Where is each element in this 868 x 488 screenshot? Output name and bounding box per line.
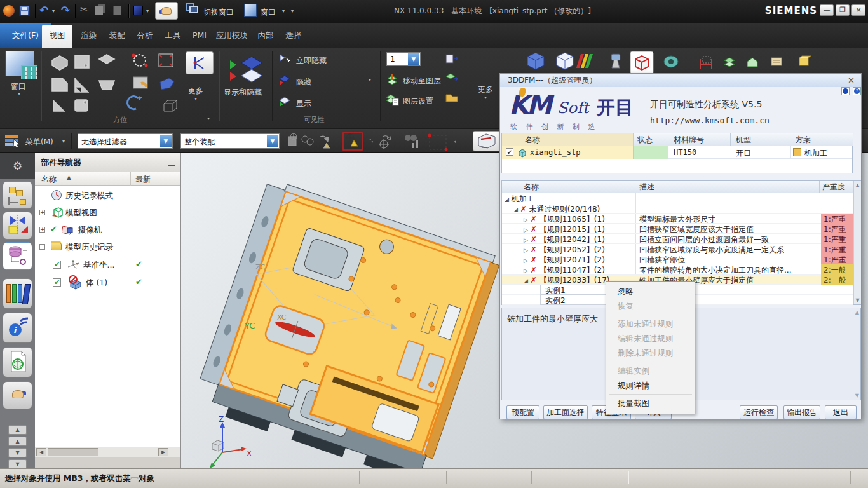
- minimize-button[interactable]: —: [820, 4, 834, 16]
- rule-row[interactable]: ▷ ✗ 【规则12071】(2) 凹槽狭窄部位 1:严重: [502, 254, 853, 264]
- undo-dropdown-icon[interactable]: ▾: [52, 8, 55, 22]
- dfm-help-button[interactable]: ?: [853, 87, 861, 95]
- tree-row-history-mode[interactable]: 历史记录模式: [35, 187, 180, 204]
- rules-group-row[interactable]: ◢ 机加工: [502, 193, 853, 203]
- save-icon[interactable]: [19, 4, 30, 18]
- window-big-icon[interactable]: [5, 51, 34, 76]
- menu-item-batch-screenshot[interactable]: 批量截图: [606, 396, 695, 410]
- hide-dropdown-icon[interactable]: ▾: [369, 77, 371, 83]
- collapse-icon[interactable]: −: [39, 244, 45, 250]
- close-button[interactable]: ×: [851, 4, 865, 16]
- vscroll-down-icon[interactable]: ▼: [854, 297, 861, 303]
- menu-item-add-rule[interactable]: 添加未通过规则: [606, 316, 695, 331]
- edit-object-display-icon[interactable]: [133, 4, 143, 18]
- exit-button[interactable]: 退出: [825, 405, 857, 419]
- machining-face-select-button[interactable]: 加工面选择: [543, 405, 588, 419]
- copy-icon[interactable]: [95, 4, 103, 18]
- tree-row-datum-csys[interactable]: ✔ 基准坐... ✔: [35, 256, 180, 273]
- tab-render[interactable]: 渲染: [75, 23, 103, 48]
- work-layer-combo[interactable]: 1 ▼: [386, 52, 421, 66]
- rule-row[interactable]: ▷ ✗ 【规则12052】(2) 凹槽狭窄区域深度与最小宽度满足一定关系 1:严…: [502, 244, 853, 254]
- window-group-dropdown-icon[interactable]: ▾: [18, 91, 20, 97]
- show-shaded-button[interactable]: [473, 131, 501, 151]
- menu-item-restore[interactable]: 恢复: [606, 299, 695, 313]
- move-to-layer-label[interactable]: 移动至图层: [403, 76, 441, 86]
- cut-icon[interactable]: ✂: [80, 4, 88, 18]
- move-to-layer-icon[interactable]: [385, 73, 399, 86]
- tab-pmi[interactable]: PMI: [187, 23, 212, 48]
- navigator-column-header[interactable]: 名称 ▲ 最新: [35, 172, 180, 186]
- tab-view[interactable]: 视图: [42, 25, 72, 48]
- sort-asc-icon[interactable]: ▲: [67, 174, 71, 180]
- column-name[interactable]: 名称: [41, 174, 57, 185]
- column-latest[interactable]: 最新: [135, 174, 151, 185]
- hscroll-right-icon[interactable]: ▶: [158, 448, 168, 456]
- show-hide-icon[interactable]: [226, 53, 267, 86]
- parts-header-status[interactable]: 状态: [634, 133, 668, 146]
- toolbar-overflow-icon[interactable]: ▾: [291, 8, 294, 22]
- detail-scroll-down-icon[interactable]: ▼: [855, 393, 859, 398]
- menu-item-ignore[interactable]: 忽略: [606, 284, 695, 299]
- menu-button-label[interactable]: 菜单(M): [25, 137, 53, 147]
- hide-now-icon[interactable]: [278, 53, 291, 64]
- hscroll-thumb[interactable]: [48, 448, 98, 456]
- menu-item-rule-detail[interactable]: 规则详情: [606, 378, 695, 393]
- switch-window-icon[interactable]: [186, 3, 200, 16]
- selection-filter-combo[interactable]: 无选择过滤器 ▼: [78, 133, 173, 149]
- restore-button[interactable]: ❐: [836, 4, 850, 16]
- menu-item-edit-rule[interactable]: 编辑未通过规则: [606, 331, 695, 346]
- layer-copy-icon[interactable]: [445, 91, 459, 102]
- tab-selection[interactable]: 选择: [280, 23, 308, 48]
- parts-header-name[interactable]: 名称: [502, 133, 634, 146]
- dfm-close-icon[interactable]: ✕: [848, 76, 855, 85]
- undo-icon[interactable]: ↶: [39, 4, 48, 18]
- selection-filter-dropdown-icon[interactable]: ▼: [160, 135, 172, 147]
- layer-settings-icon[interactable]: [385, 93, 399, 106]
- part-navigator-button[interactable]: [3, 242, 32, 270]
- touch-panel-button[interactable]: [3, 381, 32, 409]
- rules-failgroup-row[interactable]: ◢ ✗ 未通过规则(20/148): [502, 203, 853, 214]
- tab-internal[interactable]: 内部: [252, 23, 280, 48]
- dropdown-icon[interactable]: ▾: [146, 8, 149, 22]
- rules-vscrollbar[interactable]: ▲ ▼: [853, 181, 861, 304]
- preconfig-button[interactable]: 预配置: [506, 405, 539, 419]
- orientation-more-dropdown-icon[interactable]: ▾: [194, 96, 197, 102]
- paste-icon[interactable]: [113, 4, 121, 18]
- selection-scope-combo[interactable]: 整个装配 ▼: [180, 133, 280, 149]
- work-layer-dropdown-icon[interactable]: ▼: [408, 53, 419, 65]
- parts-header-plan[interactable]: 方案: [790, 133, 853, 146]
- constraint-navigator-button[interactable]: [3, 212, 32, 240]
- checkbox-checked-icon[interactable]: ✔: [53, 278, 61, 287]
- layer-settings-label[interactable]: 图层设置: [403, 96, 433, 107]
- menu-dropdown-icon[interactable]: ▾: [62, 139, 65, 144]
- web-browser-button[interactable]: i: [3, 313, 32, 343]
- window-dropdown-icon[interactable]: ▾: [282, 8, 285, 22]
- rule-row[interactable]: ▷ ✗ 【规则12042】(1) 凹槽立面间同层的小过渡圆角最好一致 1:严重: [502, 234, 853, 244]
- hide-icon[interactable]: [278, 74, 292, 86]
- assembly-navigator-button[interactable]: [3, 181, 32, 209]
- tab-assembly[interactable]: 装配: [103, 23, 131, 48]
- menu-icon[interactable]: [5, 134, 22, 147]
- rule-row[interactable]: ▷ ✗ 【规则11065】(1) 模型漏标最大外形尺寸 1:严重: [502, 214, 853, 224]
- menu-item-edit-instance[interactable]: 编辑实例: [606, 363, 695, 378]
- hscroll-left-icon[interactable]: ◀: [36, 448, 46, 456]
- rules-header-sev[interactable]: 严重度: [820, 181, 853, 193]
- selection-scope-dropdown-icon[interactable]: ▼: [267, 135, 278, 147]
- reuse-library-button[interactable]: [3, 278, 32, 309]
- switch-window-label[interactable]: 切换窗口: [203, 7, 234, 18]
- layer-visible-in-view-icon[interactable]: [445, 53, 459, 64]
- show-hide-label[interactable]: 显示和隐藏: [224, 87, 262, 98]
- history-button[interactable]: [3, 347, 32, 377]
- hide-label[interactable]: 隐藏: [296, 77, 311, 88]
- show-icon[interactable]: [278, 96, 292, 107]
- tree-row-camera[interactable]: + ✔ 摄像机: [35, 221, 180, 238]
- output-report-button[interactable]: 输出报告: [783, 405, 820, 419]
- menu-item-delete-rule[interactable]: 删除未通过规则: [606, 346, 695, 360]
- orientation-group-dialog-icon[interactable]: ▾: [207, 116, 210, 121]
- redo-icon[interactable]: ↷: [61, 4, 70, 18]
- window-icon[interactable]: [244, 4, 257, 17]
- more-b-dropdown-icon[interactable]: ▾: [484, 95, 487, 100]
- window-menu-label[interactable]: 窗口: [261, 7, 276, 18]
- parts-row[interactable]: ✔ xiangti_stp HT150 开目 机加工: [502, 146, 852, 159]
- tab-analysis[interactable]: 分析: [131, 23, 159, 48]
